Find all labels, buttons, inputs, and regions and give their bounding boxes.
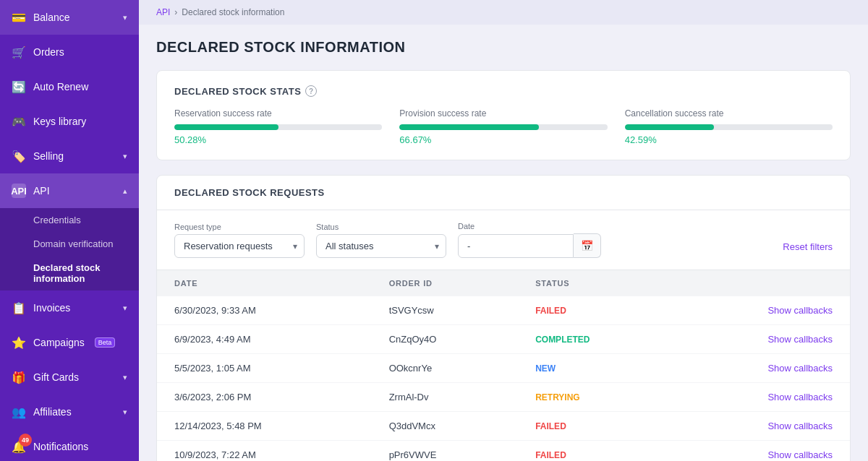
sidebar-item-affiliates[interactable]: 👥 Affiliates ▾ (0, 395, 139, 429)
sidebar-item-gift-cards[interactable]: 🎁 Gift Cards ▾ (0, 360, 139, 395)
breadcrumb-current: Declared stock information (182, 7, 284, 17)
cell-actions: Show callbacks (675, 441, 850, 462)
sidebar-item-label: Invoices (33, 302, 70, 314)
cell-actions: Show callbacks (675, 354, 850, 383)
cell-actions: Show callbacks (675, 412, 850, 441)
notifications-icon: 🔔 49 (12, 439, 26, 454)
keys-library-icon: 🎮 (12, 114, 26, 129)
sidebar-item-credentials[interactable]: Credentials (0, 208, 139, 232)
auto-renew-icon: 🔄 (12, 79, 26, 94)
cell-status: FAILED (518, 412, 675, 441)
table-header: DATE ORDER ID STATUS (157, 270, 850, 296)
table-row: 5/5/2023, 1:05 AMOOkcnrYeNEWShow callbac… (157, 354, 850, 383)
cell-date: 12/14/2023, 5:48 PM (157, 412, 372, 441)
cell-date: 5/5/2023, 1:05 AM (157, 354, 372, 383)
cell-status: NEW (518, 354, 675, 383)
cell-order-id: tSVGYcsw (372, 296, 519, 325)
status-filter: Status All statuses NEW READY FAILED COM… (316, 223, 446, 258)
gift-cards-icon: 🎁 (12, 370, 26, 384)
show-callbacks-button[interactable]: Show callbacks (767, 449, 833, 460)
cell-order-id: ZrmAl-Dv (372, 383, 519, 412)
balance-icon: 💳 (12, 10, 26, 25)
page-title: DECLARED STOCK INFORMATION (156, 39, 851, 56)
affiliates-icon: 👥 (12, 405, 26, 419)
date-input[interactable] (458, 234, 574, 258)
stat-cancellation-value: 42.59% (625, 134, 833, 145)
sidebar: 💳 Balance ▾ 🛒 Orders 🔄 Auto Renew 🎮 Keys… (0, 0, 139, 461)
sidebar-item-notifications[interactable]: 🔔 49 Notifications (0, 429, 139, 461)
show-callbacks-button[interactable]: Show callbacks (767, 421, 833, 431)
sidebar-item-invoices[interactable]: 📋 Invoices ▾ (0, 290, 139, 325)
request-type-label: Request type (174, 223, 305, 231)
sidebar-item-label: Notifications (33, 441, 88, 452)
requests-section-title: DECLARED STOCK REQUESTS (174, 187, 833, 198)
cell-date: 10/9/2023, 7:22 AM (157, 441, 372, 462)
status-select[interactable]: All statuses NEW READY FAILED COMPLETED … (316, 234, 446, 258)
cell-actions: Show callbacks (675, 325, 850, 354)
table-row: 3/6/2023, 2:06 PMZrmAl-DvRETRYINGShow ca… (157, 383, 850, 412)
cell-date: 6/9/2023, 4:49 AM (157, 325, 372, 354)
sidebar-item-label: Affiliates (33, 406, 72, 418)
cell-order-id: pPr6VWVE (372, 441, 519, 462)
date-filter: Date 📅 (458, 222, 601, 258)
cell-date: 6/30/2023, 9:33 AM (157, 296, 372, 325)
help-icon[interactable]: ? (305, 85, 317, 97)
requests-table-container: DATE ORDER ID STATUS 6/30/2023, 9:33 AMt… (157, 270, 850, 461)
progress-bar-fill-3 (625, 124, 715, 130)
sidebar-item-label: Gift Cards (33, 371, 79, 383)
status-label: Status (316, 223, 446, 231)
breadcrumb-parent[interactable]: API (156, 7, 170, 17)
stat-cancellation-label: Cancellation success rate (625, 108, 833, 119)
sidebar-item-selling[interactable]: 🏷️ Selling ▾ (0, 139, 139, 173)
sidebar-item-orders[interactable]: 🛒 Orders (0, 35, 139, 69)
selling-icon: 🏷️ (12, 149, 26, 163)
cell-order-id: OOkcnrYe (372, 354, 519, 383)
cell-status: FAILED (518, 296, 675, 325)
sidebar-item-balance[interactable]: 💳 Balance ▾ (0, 0, 139, 35)
page-content: DECLARED STOCK INFORMATION DECLARED STOC… (139, 25, 868, 461)
sidebar-item-label: Selling (33, 150, 64, 162)
show-callbacks-button[interactable]: Show callbacks (767, 363, 833, 374)
sidebar-item-declared-stock[interactable]: Declared stock information (0, 256, 139, 290)
chevron-down-icon: ▾ (123, 408, 127, 417)
stat-reservation-value: 50.28% (174, 134, 382, 145)
api-submenu: Credentials Domain verification Declared… (0, 208, 139, 290)
progress-bar-fill-2 (399, 124, 539, 130)
stats-grid: Reservation success rate 50.28% Provisio… (174, 108, 833, 145)
requests-header: DECLARED STOCK REQUESTS (157, 176, 850, 210)
invoices-icon: 📋 (12, 301, 26, 315)
show-callbacks-button[interactable]: Show callbacks (767, 392, 833, 402)
sidebar-item-keys-library[interactable]: 🎮 Keys library (0, 104, 139, 139)
sidebar-item-label: Auto Renew (33, 81, 88, 92)
stat-provision: Provision success rate 66.67% (399, 108, 607, 145)
calendar-icon-button[interactable]: 📅 (574, 233, 601, 258)
sidebar-item-domain-verification[interactable]: Domain verification (0, 232, 139, 256)
show-callbacks-button[interactable]: Show callbacks (767, 305, 833, 316)
stat-reservation-label: Reservation success rate (174, 108, 382, 119)
table-row: 10/9/2023, 7:22 AMpPr6VWVEFAILEDShow cal… (157, 441, 850, 462)
stat-provision-value: 66.67% (399, 134, 607, 145)
sidebar-item-auto-renew[interactable]: 🔄 Auto Renew (0, 69, 139, 104)
show-callbacks-button[interactable]: Show callbacks (767, 334, 833, 345)
col-actions (675, 270, 850, 296)
sidebar-item-label: Balance (33, 12, 70, 23)
status-select-wrapper: All statuses NEW READY FAILED COMPLETED … (316, 234, 446, 258)
stats-card: DECLARED STOCK STATS ? Reservation succe… (156, 70, 851, 160)
table-row: 12/14/2023, 5:48 PMQ3ddVMcxFAILEDShow ca… (157, 412, 850, 441)
request-type-select[interactable]: Reservation requests Provision requests … (174, 234, 305, 258)
request-type-select-wrapper: Reservation requests Provision requests … (174, 234, 305, 258)
progress-bar-fill (174, 124, 278, 130)
chevron-down-icon: ▾ (123, 373, 127, 382)
request-type-filter: Request type Reservation requests Provis… (174, 223, 305, 258)
chevron-up-icon: ▴ (123, 186, 127, 196)
sidebar-item-api[interactable]: API API ▴ (0, 173, 139, 208)
reset-filters-button[interactable]: Reset filters (783, 236, 833, 258)
stat-provision-label: Provision success rate (399, 108, 607, 119)
progress-bar-bg-2 (399, 124, 607, 130)
col-date: DATE (157, 270, 372, 296)
sidebar-item-campaigns[interactable]: ⭐ Campaigns Beta (0, 325, 139, 360)
table-row: 6/30/2023, 9:33 AMtSVGYcswFAILEDShow cal… (157, 296, 850, 325)
stats-section-title: DECLARED STOCK STATS ? (174, 85, 833, 97)
filters-row: Request type Reservation requests Provis… (157, 210, 850, 270)
date-label: Date (458, 222, 601, 231)
